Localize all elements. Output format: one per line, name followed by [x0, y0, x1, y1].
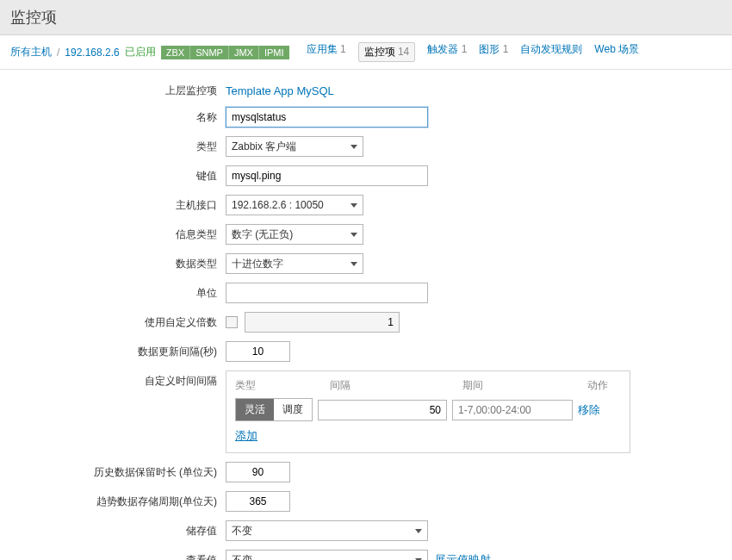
key-label: 键值 [10, 169, 226, 184]
badge-ipmi: IPMI [259, 46, 289, 59]
interval-row: 灵活 调度 移除 [235, 398, 621, 421]
tab-web[interactable]: Web 场景 [594, 42, 639, 62]
view-value-label: 查看值 [10, 553, 226, 561]
interval-type-toggle[interactable]: 灵活 调度 [235, 398, 313, 421]
item-form: 上层监控项 Template App MySQL 名称 类型 Zabbix 客户… [0, 70, 732, 560]
info-type-label: 信息类型 [10, 227, 226, 242]
badge-snmp: SNMP [190, 46, 229, 59]
host-interface-label: 主机接口 [10, 198, 226, 213]
update-interval-label: 数据更新间隔(秒) [10, 345, 226, 359]
tab-items[interactable]: 监控项 14 [358, 42, 416, 62]
parent-item-label: 上层监控项 [10, 84, 226, 98]
tab-triggers[interactable]: 触发器 1 [427, 42, 467, 62]
store-value-label: 储存值 [10, 524, 226, 538]
breadcrumb-all-hosts[interactable]: 所有主机 [10, 45, 52, 59]
tab-graphs[interactable]: 图形 1 [479, 42, 508, 62]
view-value-select[interactable]: 不变 [226, 550, 428, 560]
multiplier-input[interactable] [245, 312, 400, 333]
chevron-down-icon [350, 145, 357, 149]
chevron-down-icon [415, 529, 422, 533]
tab-discovery[interactable]: 自动发现规则 [520, 42, 582, 62]
col-action: 动作 [587, 378, 621, 393]
interval-value-input[interactable] [318, 400, 447, 420]
info-type-select[interactable]: 数字 (无正负) [226, 224, 363, 245]
multiplier-label: 使用自定义倍数 [10, 315, 226, 330]
custom-interval-label: 自定义时间间隔 [10, 370, 226, 389]
interval-table-header: 类型 间隔 期间 动作 [235, 378, 621, 393]
interval-add-link[interactable]: 添加 [235, 429, 257, 442]
key-input[interactable] [226, 165, 428, 186]
page-title: 监控项 [0, 0, 732, 35]
badge-zbx: ZBX [161, 46, 190, 59]
type-label: 类型 [10, 140, 226, 154]
custom-interval-box: 类型 间隔 期间 动作 灵活 调度 移除 添加 [226, 370, 630, 453]
show-value-mapping-link[interactable]: 展示值映射 [435, 552, 491, 560]
host-tabs: 应用集 1 监控项 14 触发器 1 图形 1 自动发现规则 Web 场景 [307, 42, 640, 62]
col-period: 期间 [462, 378, 587, 393]
toggle-flexible[interactable]: 灵活 [236, 399, 274, 420]
data-type-label: 数据类型 [10, 257, 226, 271]
chevron-down-icon [350, 262, 357, 266]
store-value-select[interactable]: 不变 [226, 520, 428, 541]
host-interface-select[interactable]: 192.168.2.6 : 10050 [226, 195, 363, 215]
multiplier-checkbox[interactable] [226, 316, 238, 328]
breadcrumb-separator: / [57, 47, 59, 59]
name-input[interactable] [226, 107, 428, 128]
data-type-select[interactable]: 十进位数字 [226, 253, 363, 274]
parent-item-link[interactable]: Template App MySQL [226, 84, 334, 97]
col-type: 类型 [235, 378, 330, 393]
unit-label: 单位 [10, 286, 226, 301]
history-input[interactable] [226, 462, 290, 482]
breadcrumb: 所有主机 / 192.168.2.6 已启用 ZBX SNMP JMX IPMI… [0, 35, 732, 70]
unit-input[interactable] [226, 283, 428, 303]
type-select[interactable]: Zabbix 客户端 [226, 136, 363, 157]
trend-label: 趋势数据存储周期(单位天) [10, 495, 226, 509]
status-enabled: 已启用 [125, 45, 156, 59]
col-interval: 间隔 [330, 378, 463, 393]
history-label: 历史数据保留时长 (单位天) [10, 465, 226, 480]
trend-input[interactable] [226, 491, 290, 512]
protocol-badges: ZBX SNMP JMX IPMI [161, 46, 289, 59]
badge-jmx: JMX [229, 46, 259, 59]
toggle-scheduling[interactable]: 调度 [274, 399, 312, 420]
chevron-down-icon [350, 233, 357, 237]
tab-applications[interactable]: 应用集 1 [307, 42, 346, 62]
chevron-down-icon [350, 203, 357, 208]
update-interval-input[interactable] [226, 341, 290, 362]
breadcrumb-host[interactable]: 192.168.2.6 [65, 47, 119, 59]
interval-remove-link[interactable]: 移除 [578, 402, 600, 418]
interval-period-input[interactable] [452, 400, 573, 420]
name-label: 名称 [10, 110, 226, 125]
